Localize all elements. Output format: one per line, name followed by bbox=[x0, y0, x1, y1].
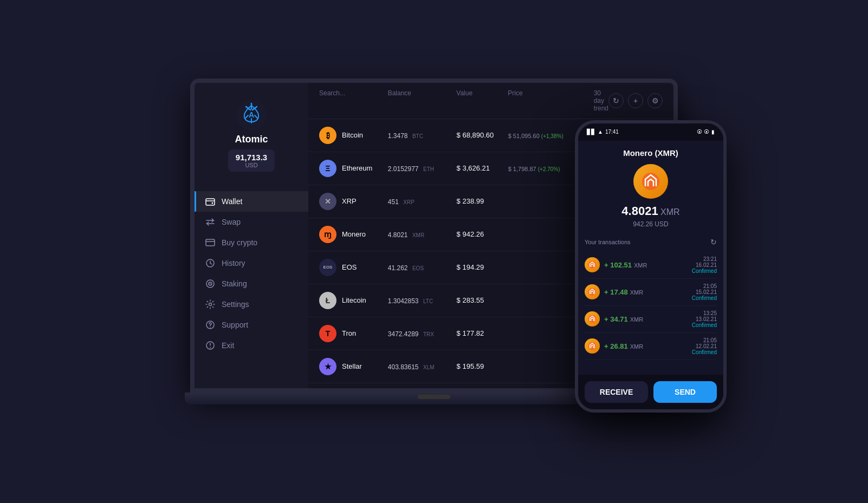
balance-cell: 41.262 EOS bbox=[388, 263, 457, 272]
sidebar-item-exit[interactable]: Exit bbox=[195, 335, 308, 356]
tx-time: 21:05 bbox=[692, 337, 717, 343]
phone-content: Monero (XMR) 4.8021 XMR 942.26 USD Your bbox=[578, 141, 723, 409]
svg-rect-4 bbox=[206, 239, 215, 246]
tx-meta: 23:21 16.02.21 Confirmed bbox=[692, 256, 717, 274]
tx-status: Confirmed bbox=[692, 322, 717, 328]
value-cell: $ 283.55 bbox=[457, 296, 508, 304]
buy-crypto-icon bbox=[205, 238, 215, 247]
tx-header-label: Your transactions bbox=[585, 239, 631, 245]
swap-label: Swap bbox=[222, 218, 241, 226]
coin-name: Tron bbox=[342, 329, 356, 337]
send-button[interactable]: SEND bbox=[653, 381, 717, 403]
tx-amount: + 26.81 bbox=[604, 342, 628, 350]
sidebar-item-wallet[interactable]: Wallet bbox=[195, 191, 308, 212]
history-label: History bbox=[222, 259, 245, 267]
list-item[interactable]: + 34.71XMR 13:25 13.02.21 Confirmed bbox=[585, 306, 717, 333]
coin-name: EOS bbox=[342, 263, 357, 271]
phone-coin-title: Monero (XMR) bbox=[587, 148, 715, 158]
coin-name: Stellar bbox=[342, 362, 362, 370]
value-header: Value bbox=[456, 89, 508, 112]
price-header: Price bbox=[508, 89, 593, 112]
tx-coin-icon bbox=[585, 284, 600, 299]
tx-status: Confirmed bbox=[692, 295, 717, 301]
camera-icon: ⦿ ⦿ bbox=[697, 129, 709, 135]
value-cell: $ 942.26 bbox=[457, 230, 508, 238]
svg-text:A: A bbox=[249, 110, 254, 119]
receive-button[interactable]: RECEIVE bbox=[585, 381, 648, 403]
filter-button[interactable]: ⚙ bbox=[647, 93, 663, 108]
tx-symbol: XMR bbox=[630, 289, 643, 296]
tx-coin-icon bbox=[585, 257, 600, 272]
sidebar-item-buy-crypto[interactable]: Buy crypto bbox=[195, 232, 308, 253]
tx-time: 13:25 bbox=[692, 310, 717, 316]
value-cell: $ 3,626.21 bbox=[457, 164, 508, 172]
tx-symbol: XMR bbox=[634, 262, 647, 269]
search-header[interactable]: Search... bbox=[319, 89, 388, 112]
value-cell: $ 194.29 bbox=[457, 263, 508, 271]
tx-amount: + 102.51 bbox=[604, 261, 632, 269]
coin-name: Bitcoin bbox=[342, 131, 363, 139]
phone-buttons: RECEIVE SEND bbox=[578, 375, 723, 409]
wallet-icon bbox=[205, 197, 215, 206]
litecoin-icon: Ł bbox=[319, 292, 336, 309]
swap-icon bbox=[205, 217, 215, 227]
value-cell: $ 177.82 bbox=[457, 329, 508, 337]
list-item[interactable]: + 17.48XMR 21:05 15.02.21 Confirmed bbox=[585, 279, 717, 306]
table-header: Search... Balance Value Price 30 day tre… bbox=[308, 83, 673, 119]
phone-symbol: XMR bbox=[660, 207, 680, 217]
svg-point-13 bbox=[210, 347, 211, 348]
staking-label: Staking bbox=[222, 279, 247, 288]
phone-amount-display: 4.8021 XMR bbox=[587, 204, 715, 218]
balance-amount: 91,713.3 bbox=[236, 153, 267, 162]
wifi-icon: ▲ bbox=[598, 129, 603, 135]
add-button[interactable]: + bbox=[628, 93, 643, 108]
list-item[interactable]: + 102.51XMR 23:21 16.02.21 Confirmed bbox=[585, 252, 717, 279]
tx-coin-icon bbox=[585, 311, 600, 326]
header-actions: ↻ + ⚙ bbox=[608, 93, 663, 108]
monero-icon: ɱ bbox=[319, 226, 336, 243]
phone-status-left: ▊▊ ▲ 17:41 bbox=[587, 129, 619, 135]
balance-cell: 451 XRP bbox=[388, 197, 457, 206]
tx-info: + 17.48XMR bbox=[604, 287, 688, 297]
tx-status: Confirmed bbox=[692, 268, 717, 274]
app-title: Atomic bbox=[235, 134, 268, 145]
ethereum-icon: Ξ bbox=[319, 160, 336, 177]
battery-icon: ▮ bbox=[711, 129, 715, 135]
crypto-name-cell: ★ Stellar bbox=[319, 358, 388, 375]
tx-meta: 13:25 13.02.21 Confirmed bbox=[692, 310, 717, 328]
balance-currency: USD bbox=[236, 162, 267, 168]
sidebar-item-history[interactable]: History bbox=[195, 253, 308, 273]
sidebar-item-support[interactable]: Support bbox=[195, 315, 308, 335]
buy-crypto-label: Buy crypto bbox=[222, 238, 257, 247]
tron-icon: T bbox=[319, 325, 336, 342]
tx-refresh-button[interactable]: ↻ bbox=[710, 238, 717, 246]
sidebar-item-settings[interactable]: Settings bbox=[195, 294, 308, 315]
bitcoin-icon: ₿ bbox=[319, 127, 336, 144]
phone-notch-area: ▊▊ ▲ 17:41 ⦿ ⦿ ▮ bbox=[578, 123, 723, 141]
tx-meta: 21:05 15.02.21 Confirmed bbox=[692, 283, 717, 301]
value-cell: $ 195.59 bbox=[457, 362, 508, 370]
balance-cell: 1.3478 BTC bbox=[388, 130, 457, 140]
crypto-name-cell: T Tron bbox=[319, 325, 388, 342]
svg-point-8 bbox=[210, 283, 211, 284]
refresh-button[interactable]: ↻ bbox=[608, 93, 624, 108]
crypto-name-cell: Ł Litecoin bbox=[319, 292, 388, 309]
crypto-name-cell: ✕ XRP bbox=[319, 193, 388, 210]
value-cell: $ 238.99 bbox=[457, 197, 508, 205]
atomic-logo: A bbox=[235, 99, 268, 132]
phone-time: 17:41 bbox=[605, 129, 619, 135]
list-item[interactable]: + 26.81XMR 21:05 12.02.21 Confirmed bbox=[585, 333, 717, 360]
svg-point-3 bbox=[212, 202, 213, 204]
eos-icon: EOS bbox=[319, 259, 336, 276]
tx-date: 15.02.21 bbox=[692, 289, 717, 295]
sidebar-item-staking[interactable]: Staking bbox=[195, 273, 308, 294]
balance-cell: 2.0152977 ETH bbox=[388, 164, 457, 173]
tx-meta: 21:05 12.02.21 Confirmed bbox=[692, 337, 717, 355]
coin-name: Monero bbox=[342, 230, 366, 238]
crypto-name-cell: EOS EOS bbox=[319, 259, 388, 276]
balance-display: 91,713.3 USD bbox=[228, 149, 275, 172]
phone-overlay: ▊▊ ▲ 17:41 ⦿ ⦿ ▮ Monero (XMR) bbox=[575, 120, 727, 413]
sidebar-item-swap[interactable]: Swap bbox=[195, 212, 308, 232]
exit-label: Exit bbox=[222, 341, 234, 350]
wallet-label: Wallet bbox=[222, 197, 242, 206]
